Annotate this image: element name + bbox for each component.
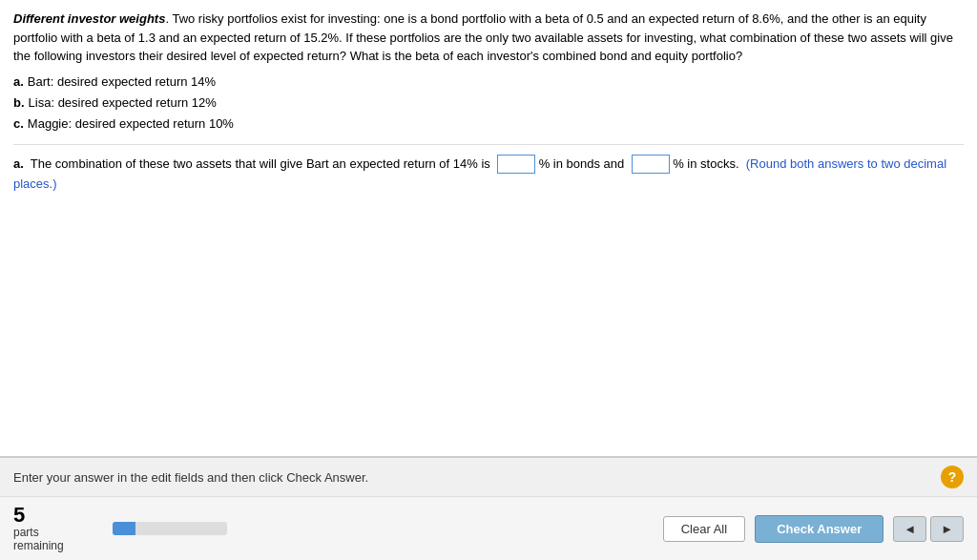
nav-buttons: ◄ ►: [893, 516, 964, 542]
main-content: Different investor weights. Two risky po…: [0, 0, 977, 457]
bonds-suffix: % in bonds and: [539, 156, 625, 171]
label-a: a.: [13, 72, 24, 93]
next-button[interactable]: ►: [930, 516, 964, 542]
progress-bar-fill: [113, 522, 135, 535]
stocks-suffix: % in stocks.: [673, 156, 738, 171]
problem-title: Different investor weights: [13, 11, 165, 26]
parts-label: partsremaining: [13, 526, 64, 552]
stocks-input[interactable]: [632, 155, 670, 174]
parts-remaining-section: 5 partsremaining: [13, 505, 99, 552]
prev-button[interactable]: ◄: [893, 516, 926, 542]
check-answer-button[interactable]: Check Answer: [755, 515, 883, 543]
question-a-section: a. The combination of these two assets t…: [13, 155, 964, 195]
progress-bar: [113, 522, 227, 535]
sub-question-a: a. Bart: desired expected return 14%: [13, 72, 964, 93]
sub-question-c: c. Maggie: desired expected return 10%: [13, 114, 964, 135]
problem-text: Different investor weights. Two risky po…: [13, 10, 964, 66]
sub-q-b-text: Lisa: desired expected return 12%: [29, 93, 217, 114]
clear-all-button[interactable]: Clear All: [663, 516, 745, 542]
sub-questions: a. Bart: desired expected return 14% b. …: [13, 72, 964, 135]
sub-question-b: b. Lisa: desired expected return 12%: [13, 93, 964, 114]
help-button[interactable]: ?: [941, 466, 964, 488]
sub-q-a-text: Bart: desired expected return 14%: [28, 72, 216, 93]
help-icon-symbol: ?: [948, 469, 957, 485]
question-a-label: a.: [13, 156, 24, 171]
parts-number: 5: [13, 505, 25, 526]
label-c: c.: [13, 114, 24, 135]
question-a-prefix: The combination of these two assets that…: [31, 156, 490, 171]
bonds-input[interactable]: [497, 155, 535, 174]
label-b: b.: [13, 93, 25, 114]
status-bar: Enter your answer in the edit fields and…: [0, 457, 977, 496]
problem-intro: Different investor weights. Two risky po…: [13, 10, 964, 145]
status-instruction: Enter your answer in the edit fields and…: [13, 470, 368, 485]
sub-q-c-text: Maggie: desired expected return 10%: [28, 114, 234, 135]
footer-bar: 5 partsremaining Clear All Check Answer …: [0, 496, 977, 560]
